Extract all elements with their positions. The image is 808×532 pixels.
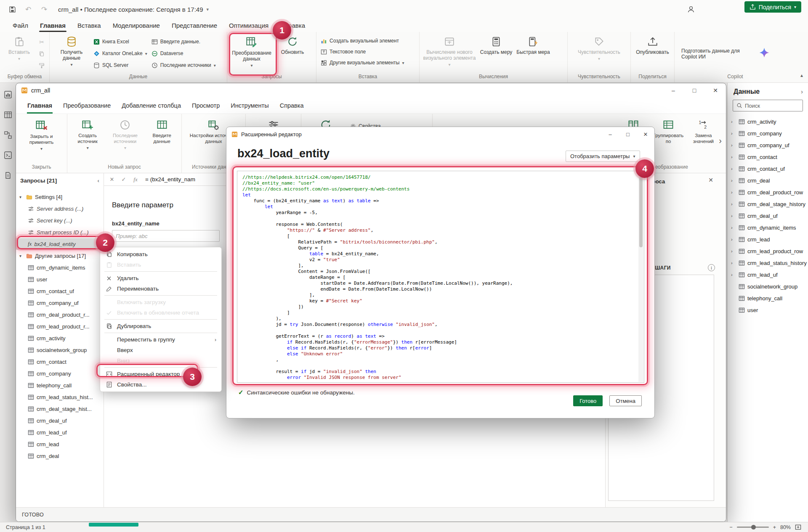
sensitivity-button[interactable]: Чувствительность ▾	[574, 35, 625, 61]
query-item[interactable]: socialnetwork_group	[16, 344, 104, 356]
code-editor[interactable]: //https://helpdesk.bitrix24.com/open/164…	[237, 171, 644, 383]
data-search[interactable]	[733, 100, 803, 111]
chevron-right-icon[interactable]: ›	[731, 154, 736, 159]
pq-close-button[interactable]: ✕	[705, 83, 726, 98]
query-item[interactable]: crm_contact_uf	[16, 285, 104, 297]
redo-icon[interactable]: ↷	[37, 2, 51, 16]
query-item[interactable]: crm_activity	[16, 332, 104, 344]
context-menu-item[interactable]: Включить загрузку ›	[100, 297, 221, 307]
new-visual-button[interactable]: Создать визуальный элемент	[319, 35, 401, 46]
pq-enter-data-button[interactable]: Введите данные	[145, 118, 179, 144]
group-by-button[interactable]: Группировать по	[651, 118, 685, 144]
chevron-right-icon[interactable]: ›	[731, 119, 736, 124]
recent-sources-button[interactable]: Последние источники ▾	[150, 60, 218, 71]
report-view-icon[interactable]	[4, 90, 12, 99]
dialog-maximize-button[interactable]: □	[619, 127, 637, 141]
context-menu-item[interactable]: Дублировать ›	[100, 321, 221, 331]
search-input[interactable]	[745, 103, 795, 109]
data-pane-collapse-icon[interactable]: ›	[801, 88, 803, 95]
format-painter-icon[interactable]	[37, 61, 47, 71]
query-item[interactable]: user	[16, 273, 104, 285]
query-group-settings[interactable]: ▾ Settings [4]	[16, 191, 104, 203]
context-menu-item[interactable]: Свойства... ›	[100, 379, 221, 390]
zoom-in-icon[interactable]: +	[773, 524, 776, 530]
data-table-row[interactable]: › crm_contact	[728, 151, 808, 163]
fit-to-page-icon[interactable]	[795, 524, 801, 530]
query-item[interactable]: crm_company_uf	[16, 297, 104, 309]
menu-tab[interactable]: Файл	[7, 19, 34, 32]
publish-button[interactable]: Опубликовать	[634, 35, 672, 55]
tree-expanded-icon[interactable]: ▾	[19, 195, 24, 199]
data-table-row[interactable]: › crm_deal_stage_history	[728, 198, 808, 210]
pq-ribbon-overflow-icon[interactable]: ›	[719, 136, 722, 146]
menu-tab[interactable]: Оптимизация	[223, 19, 274, 32]
context-menu-item[interactable]: ›	[100, 318, 221, 321]
query-item[interactable]: crm_dynamic_items	[16, 262, 104, 273]
replace-values-button[interactable]: 12 Замена значений	[686, 118, 720, 144]
copy-icon[interactable]	[37, 49, 47, 59]
zoom-slider[interactable]	[737, 527, 769, 528]
query-item[interactable]: Secret key (...)	[16, 214, 104, 226]
context-menu-item[interactable]: Вниз ›	[100, 355, 221, 366]
data-table-row[interactable]: › crm_company	[728, 127, 808, 139]
pq-menu-tab[interactable]: Инструменты	[225, 98, 274, 114]
copilot-prep-button[interactable]: Подготовить данные для Copilot ИИ	[681, 48, 753, 60]
close-and-apply-button[interactable]: Закрыть и применить ▾	[21, 118, 62, 151]
query-item[interactable]: crm_deal_product_r...	[16, 309, 104, 320]
chevron-right-icon[interactable]: ›	[731, 260, 736, 265]
ribbon-collapse-icon[interactable]: ▴	[800, 72, 803, 78]
context-menu-item[interactable]: Удалить ›	[100, 273, 221, 283]
excel-workbook-button[interactable]: Книга Excel	[92, 36, 149, 47]
chevron-right-icon[interactable]: ›	[731, 249, 736, 254]
refresh-button[interactable]: Обновить	[274, 35, 311, 55]
data-table-row[interactable]: › crm_deal	[728, 175, 808, 186]
query-item[interactable]: crm_lead_uf	[16, 426, 104, 438]
query-item[interactable]: telephony_call	[16, 379, 104, 391]
query-item[interactable]: crm_contact	[16, 356, 104, 368]
quick-measure-button[interactable]: Быстрая мера	[516, 35, 551, 55]
queries-pane-collapse-icon[interactable]: ‹	[98, 177, 100, 184]
chevron-right-icon[interactable]: ›	[731, 225, 736, 230]
data-table-row[interactable]: › crm_lead_uf	[728, 269, 808, 281]
visual-calc-button[interactable]: Вычисление нового визуального элемента ▾	[422, 35, 477, 67]
data-table-row[interactable]: › crm_lead	[728, 233, 808, 245]
model-view-icon[interactable]	[4, 131, 12, 139]
page-tab-fragment[interactable]	[89, 523, 138, 527]
info-icon[interactable]: i	[708, 264, 715, 271]
data-table-row[interactable]: › crm_contact_uf	[728, 163, 808, 175]
context-menu-item[interactable]: ›	[100, 270, 221, 273]
query-group-other[interactable]: ▾ Другие запросы [17]	[16, 250, 104, 262]
chevron-right-icon[interactable]: ›	[731, 272, 736, 277]
paste-button[interactable]: Вставить ▾	[3, 35, 36, 61]
query-settings-close-icon[interactable]: ✕	[708, 177, 713, 183]
get-data-button[interactable]: Получить данные ▾	[52, 35, 91, 67]
chevron-right-icon[interactable]: ›	[731, 131, 736, 136]
formula-input[interactable]: = (bx24_entity_nam	[145, 176, 195, 183]
context-menu-item[interactable]: Расширенный редактор ›	[100, 369, 221, 379]
code-scrollbar-thumb[interactable]	[639, 177, 643, 247]
menu-tab[interactable]: Справка	[274, 19, 311, 32]
menu-tab[interactable]: Моделирование	[107, 19, 166, 32]
query-item[interactable]: crm_lead_product_r...	[16, 320, 104, 332]
menu-tab[interactable]: Главная	[34, 19, 72, 32]
enter-data-button[interactable]: Введите данные.	[150, 36, 218, 47]
context-menu-item[interactable]: Включить в обновление отчета ›	[100, 307, 221, 318]
chevron-right-icon[interactable]: ›	[731, 213, 736, 218]
chevron-right-icon[interactable]: ›	[731, 237, 736, 242]
code-scrollbar[interactable]	[638, 172, 643, 382]
data-table-row[interactable]: › telephony_call	[728, 292, 808, 304]
data-table-row[interactable]: › crm_activity	[728, 116, 808, 127]
onelake-button[interactable]: Каталог OneLake ▾	[92, 48, 149, 59]
undo-icon[interactable]: ↶	[21, 2, 35, 16]
data-table-row[interactable]: › crm_lead_product_row	[728, 245, 808, 257]
zoom-out-icon[interactable]: −	[729, 524, 732, 530]
cut-icon[interactable]: ✂	[37, 37, 47, 47]
query-item[interactable]: Server address (...)	[16, 203, 104, 214]
pq-menu-tab[interactable]: Справка	[274, 98, 309, 114]
tree-expanded-icon[interactable]: ▾	[19, 254, 24, 258]
save-icon[interactable]	[5, 2, 19, 16]
context-menu-item[interactable]: Вверх ›	[100, 345, 221, 355]
account-icon[interactable]	[683, 0, 699, 19]
done-button[interactable]: Готово	[573, 395, 603, 406]
query-item[interactable]: fx bx24_load_entity	[16, 238, 104, 250]
